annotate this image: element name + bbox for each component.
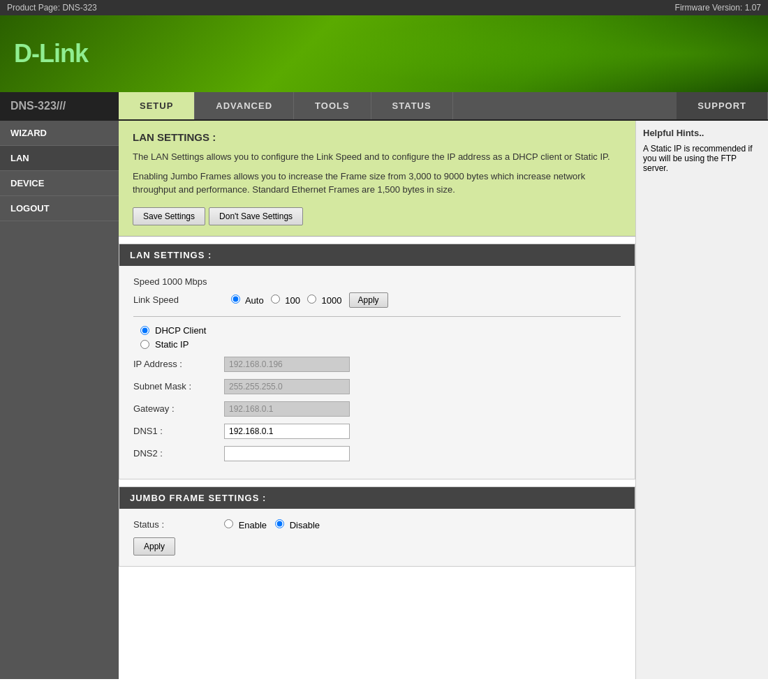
- link-speed-apply-button[interactable]: Apply: [349, 292, 388, 308]
- link-speed-row: Link Speed Auto 100 1000 Apply: [133, 292, 621, 308]
- jumbo-status-row: Status : Enable Disable: [133, 519, 621, 530]
- subnet-mask-row: Subnet Mask :: [133, 379, 621, 394]
- dns1-input[interactable]: [224, 424, 350, 439]
- gateway-input[interactable]: [224, 401, 350, 417]
- radio-auto-label[interactable]: Auto: [231, 295, 264, 306]
- dns2-row: DNS2 :: [133, 446, 621, 461]
- tab-setup[interactable]: SETUP: [119, 92, 195, 119]
- static-label: Static IP: [155, 339, 189, 350]
- logo-text: D-Link: [14, 39, 88, 68]
- lan-settings-section: LAN SETTINGS : Speed 1000 Mbps Link Spee…: [119, 244, 635, 479]
- tab-status[interactable]: STATUS: [371, 92, 453, 119]
- sidebar-item-device[interactable]: DEVICE: [0, 171, 119, 196]
- dns2-input[interactable]: [224, 446, 350, 461]
- product-label: Product Page: DNS-323: [7, 3, 97, 13]
- subnet-mask-label: Subnet Mask :: [133, 381, 224, 392]
- tab-tools[interactable]: TOOLS: [294, 92, 371, 119]
- lan-settings-header: LAN SETTINGS :: [119, 244, 635, 266]
- sidebar-item-lan[interactable]: LAN: [0, 146, 119, 171]
- jumbo-frame-header: JUMBO FRAME SETTINGS :: [119, 487, 635, 509]
- info-para1: The LAN Settings allows you to configure…: [133, 150, 621, 164]
- sidebar-item-logout[interactable]: LOGOUT: [0, 196, 119, 221]
- radio-enable[interactable]: [224, 519, 233, 528]
- ip-address-row: IP Address :: [133, 357, 621, 372]
- radio-100[interactable]: [271, 295, 280, 304]
- dont-save-settings-button[interactable]: Don't Save Settings: [209, 207, 303, 225]
- jumbo-frame-section: JUMBO FRAME SETTINGS : Status : Enable D…: [119, 486, 635, 567]
- tab-support[interactable]: SUPPORT: [677, 92, 768, 119]
- sidebar-item-wizard[interactable]: WIZARD: [0, 121, 119, 146]
- link-speed-label: Link Speed: [133, 295, 224, 305]
- hints-text: A Static IP is recommended if you will b…: [643, 144, 761, 173]
- radio-auto[interactable]: [231, 295, 240, 304]
- radio-1000[interactable]: [307, 295, 316, 304]
- radio-static[interactable]: [140, 340, 149, 349]
- radio-1000-label[interactable]: 1000: [307, 295, 342, 306]
- info-title: LAN SETTINGS :: [133, 131, 621, 143]
- header: D-Link: [0, 15, 768, 92]
- content: LAN SETTINGS : The LAN Settings allows y…: [119, 121, 635, 679]
- ip-address-input[interactable]: [224, 357, 350, 372]
- nav-tabs: DNS-323/// SETUP ADVANCED TOOLS STATUS S…: [0, 92, 768, 121]
- dns1-label: DNS1 :: [133, 426, 224, 436]
- jumbo-apply-button[interactable]: Apply: [133, 537, 175, 556]
- info-para2: Enabling Jumbo Frames allows you to incr…: [133, 170, 621, 197]
- radio-dhcp[interactable]: [140, 326, 149, 335]
- info-box: LAN SETTINGS : The LAN Settings allows y…: [119, 121, 635, 237]
- ip-address-label: IP Address :: [133, 359, 224, 369]
- disable-label[interactable]: Disable: [275, 519, 320, 530]
- jumbo-frame-body: Status : Enable Disable Apply: [119, 509, 635, 566]
- top-bar: Product Page: DNS-323 Firmware Version: …: [0, 0, 768, 15]
- speed-info: Speed 1000 Mbps: [133, 276, 621, 287]
- info-btn-row: Save Settings Don't Save Settings: [133, 207, 621, 225]
- lan-settings-body: Speed 1000 Mbps Link Speed Auto 100 1000: [119, 266, 635, 479]
- static-ip-row: Static IP: [140, 339, 621, 350]
- device-label: DNS-323///: [0, 92, 119, 119]
- gateway-row: Gateway :: [133, 401, 621, 417]
- tab-advanced[interactable]: ADVANCED: [195, 92, 294, 119]
- hints-title: Helpful Hints..: [643, 128, 761, 138]
- hints-panel: Helpful Hints.. A Static IP is recommend…: [635, 121, 768, 679]
- dns1-row: DNS1 :: [133, 424, 621, 439]
- main-layout: WIZARD LAN DEVICE LOGOUT LAN SETTINGS : …: [0, 121, 768, 679]
- dhcp-label: DHCP Client: [155, 325, 206, 336]
- dns2-label: DNS2 :: [133, 448, 224, 459]
- logo: D-Link: [14, 39, 88, 68]
- gateway-label: Gateway :: [133, 403, 224, 414]
- jumbo-status-label: Status :: [133, 519, 224, 530]
- radio-disable[interactable]: [275, 519, 284, 528]
- enable-label[interactable]: Enable: [224, 519, 267, 530]
- radio-100-label[interactable]: 100: [271, 295, 300, 306]
- dhcp-row: DHCP Client: [140, 325, 621, 336]
- save-settings-button[interactable]: Save Settings: [133, 207, 205, 225]
- subnet-mask-input[interactable]: [224, 379, 350, 394]
- firmware-label: Firmware Version: 1.07: [675, 3, 761, 13]
- sidebar: WIZARD LAN DEVICE LOGOUT: [0, 121, 119, 679]
